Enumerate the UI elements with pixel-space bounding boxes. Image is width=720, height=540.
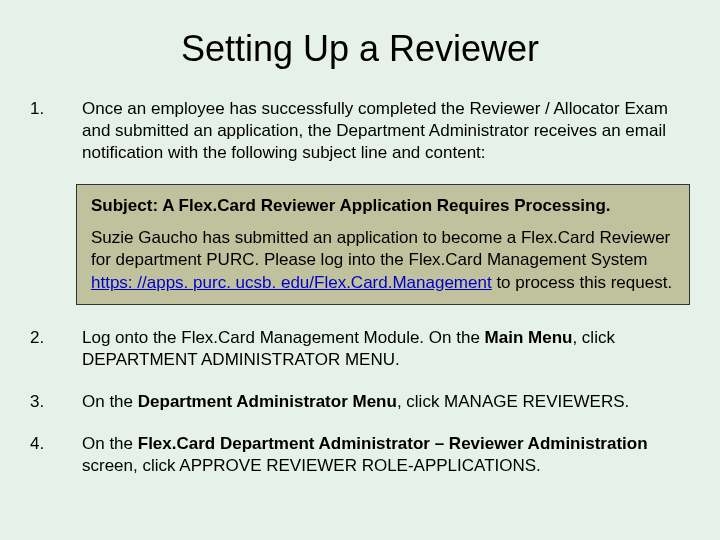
email-preview-box: Subject: A Flex.Card Reviewer Applicatio… xyxy=(76,184,690,304)
item-text: On the xyxy=(82,434,138,453)
instruction-list: 1. Once an employee has successfully com… xyxy=(30,98,690,477)
page-title: Setting Up a Reviewer xyxy=(30,28,690,70)
list-item: 1. Once an employee has successfully com… xyxy=(30,98,690,164)
item-text: On the xyxy=(82,392,138,411)
email-body: Suzie Gaucho has submitted an applicatio… xyxy=(91,227,675,293)
item-body: On the Flex.Card Department Administrato… xyxy=(82,433,690,477)
item-bold: Main Menu xyxy=(485,328,573,347)
item-number: 1. xyxy=(30,98,82,164)
item-body: Log onto the Flex.Card Management Module… xyxy=(82,327,690,371)
item-bold: Department Administrator Menu xyxy=(138,392,397,411)
list-item: 4. On the Flex.Card Department Administr… xyxy=(30,433,690,477)
item-body: On the Department Administrator Menu, cl… xyxy=(82,391,690,413)
email-link[interactable]: https: //apps. purc. ucsb. edu/Flex.Card… xyxy=(91,273,492,292)
item-text: , click MANAGE REVIEWERS. xyxy=(397,392,629,411)
item-text: Log onto the Flex.Card Management Module… xyxy=(82,328,485,347)
slide: Setting Up a Reviewer 1. Once an employe… xyxy=(0,0,720,540)
email-body-text: Suzie Gaucho has submitted an applicatio… xyxy=(91,228,670,269)
item-bold: Flex.Card Department Administrator – Rev… xyxy=(138,434,648,453)
item-text: screen, click APPROVE REVIEWER ROLE-APPL… xyxy=(82,456,541,475)
item-number: 2. xyxy=(30,327,82,371)
item-body: Once an employee has successfully comple… xyxy=(82,98,690,164)
list-item: 2. Log onto the Flex.Card Management Mod… xyxy=(30,327,690,371)
email-subject: Subject: A Flex.Card Reviewer Applicatio… xyxy=(91,195,675,217)
list-item: 3. On the Department Administrator Menu,… xyxy=(30,391,690,413)
item-number: 4. xyxy=(30,433,82,477)
item-number: 3. xyxy=(30,391,82,413)
email-body-text-after: to process this request. xyxy=(492,273,672,292)
